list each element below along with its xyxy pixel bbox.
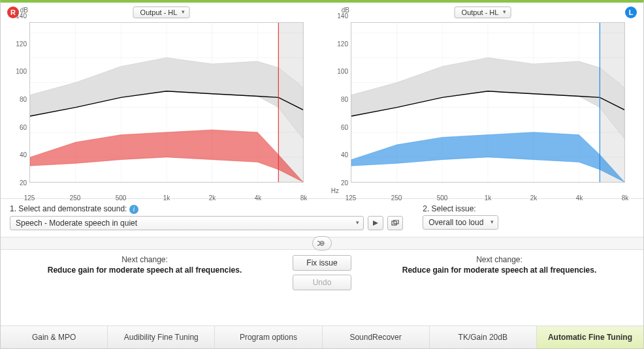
y-axis-left: dB 20406080100120140 bbox=[332, 16, 349, 183]
next-change-left: Next change: Reduce gain for moderate sp… bbox=[364, 255, 634, 275]
tab-program-options[interactable]: Program options bbox=[215, 326, 322, 348]
next-change-right: Next change: Reduce gain for moderate sp… bbox=[10, 255, 280, 275]
next-title-right: Next change: bbox=[10, 255, 280, 264]
tab-soundrecover[interactable]: SoundRecover bbox=[323, 326, 430, 348]
bottom-tabs: Gain & MPOAudibility Fine TuningProgram … bbox=[1, 326, 643, 348]
info-icon[interactable]: i bbox=[129, 205, 138, 214]
link-ears-toggle[interactable] bbox=[312, 236, 332, 250]
right-output-dropdown[interactable]: Output - HL bbox=[133, 7, 190, 18]
issue-select[interactable]: Overall too loud bbox=[423, 215, 498, 230]
action-panel: Next change: Reduce gain for moderate sp… bbox=[1, 250, 643, 298]
left-output-dropdown[interactable]: Output - HL bbox=[455, 7, 511, 18]
sound-select[interactable]: Speech - Moderate speech in quiet bbox=[10, 216, 364, 230]
tab-gain-mpo[interactable]: Gain & MPO bbox=[1, 326, 108, 348]
y-axis-right: dB 20406080100120140 bbox=[11, 16, 28, 183]
fix-issue-button[interactable]: Fix issue bbox=[293, 255, 351, 271]
sound-issue-panel: 1. Select and demonstrate sound: i Speec… bbox=[1, 198, 643, 237]
chart-left: L Output - HL dB 20406080100120140 12525… bbox=[322, 3, 643, 198]
next-title-left: Next change: bbox=[364, 255, 634, 264]
step2-label: 2. Select issue: bbox=[423, 204, 634, 213]
next-desc-left: Reduce gain for moderate speech at all f… bbox=[364, 266, 634, 275]
tab-tk-gain-20db[interactable]: TK/Gain 20dB bbox=[430, 326, 537, 348]
chart-right: R Output - HL dB 20406080100120140 12525… bbox=[1, 3, 322, 198]
next-desc-right: Reduce gain for moderate speech at all f… bbox=[10, 266, 280, 275]
chart-area-left[interactable] bbox=[351, 22, 625, 183]
tab-automatic-fine-tuning[interactable]: Automatic Fine Tuning bbox=[537, 326, 643, 348]
step1-label: 1. Select and demonstrate sound: bbox=[10, 204, 127, 213]
undo-button[interactable]: Undo bbox=[293, 275, 351, 290]
tab-audibility-fine-tuning[interactable]: Audibility Fine Tuning bbox=[108, 326, 215, 348]
loop-button[interactable] bbox=[387, 216, 403, 230]
left-ear-badge: L bbox=[625, 7, 637, 18]
play-button[interactable] bbox=[368, 216, 383, 230]
chart-panel: R Output - HL dB 20406080100120140 12525… bbox=[1, 3, 643, 198]
link-row bbox=[1, 237, 643, 250]
chart-area-right[interactable] bbox=[29, 22, 304, 183]
